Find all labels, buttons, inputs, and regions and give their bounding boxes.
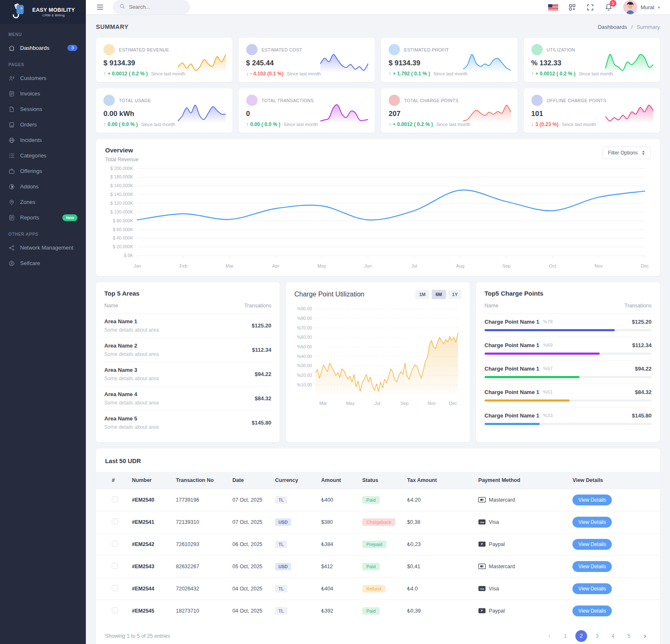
view-details-button[interactable]: View Details — [572, 583, 612, 594]
new-badge: New — [62, 214, 77, 221]
top-areas-title: Top 5 Areas — [104, 290, 271, 297]
menu-toggle-button[interactable] — [96, 3, 104, 11]
view-details-button[interactable]: View Details — [572, 539, 612, 550]
charge-point-name: Charge Point Name 1 — [484, 366, 539, 372]
row-checkbox[interactable] — [112, 585, 118, 591]
row-number: #EM2540 — [126, 489, 170, 511]
notification-count-badge: 3 — [610, 0, 616, 7]
row-number: #EM2543 — [126, 555, 170, 577]
view-details-button[interactable]: View Details — [572, 517, 612, 528]
view-details-button[interactable]: View Details — [572, 605, 612, 616]
briefcase-icon — [8, 168, 15, 175]
search-input[interactable] — [129, 4, 183, 10]
pagination-prev[interactable]: ‹ — [544, 630, 555, 642]
area-name: Area Name 2 — [104, 343, 159, 349]
brand-logo[interactable]: EASY MOBILITY CRM & Billing — [0, 0, 86, 24]
row-checkbox[interactable] — [112, 607, 118, 613]
user-menu[interactable]: Murat ▾ — [623, 0, 660, 14]
notifications-button[interactable]: 3 — [604, 3, 613, 12]
kpi-delta-value: 3 (0.23 %) — [536, 121, 559, 127]
pagination-next[interactable]: › — [639, 630, 651, 642]
visa-icon: VISA — [478, 519, 486, 525]
fullscreen-icon[interactable] — [586, 3, 594, 11]
udr-row: #EM2545 18273710 04 Oct, 2025 TL ₺392 Pa… — [96, 600, 660, 622]
pagination-page-3[interactable]: 3 — [591, 630, 603, 642]
svg-text:Apr: Apr — [272, 263, 280, 268]
svg-text:P: P — [481, 543, 483, 546]
pagination-page-1[interactable]: 1 — [559, 630, 571, 642]
sidebar-item-categories[interactable]: Categories — [0, 148, 86, 163]
svg-text:Mar: Mar — [226, 263, 234, 268]
sidebar-item-label: Sessions — [20, 106, 42, 112]
row-checkbox[interactable] — [112, 541, 118, 547]
arrow-up-icon: ↑ — [103, 121, 106, 127]
svg-text:%30.00: %30.00 — [297, 363, 312, 368]
area-detail: Some details about area — [104, 400, 159, 406]
view-details-button[interactable]: View Details — [572, 561, 612, 572]
addon-icon — [8, 183, 15, 190]
svg-text:$ 160.000K: $ 160.000K — [111, 183, 133, 188]
svg-text:$ 80.000K: $ 80.000K — [113, 218, 133, 223]
charge-point-name: Charge Point Name 1 — [484, 389, 539, 395]
overview-panel: Overview Total Revenue Filter Options $ … — [96, 139, 660, 276]
sidebar-item-reports[interactable]: ReportsNew — [0, 210, 86, 225]
sidebar-item-sessions[interactable]: Sessions — [0, 101, 86, 117]
period-1y-button[interactable]: 1Y — [448, 290, 461, 299]
status-badge: Paid — [362, 563, 380, 570]
sidebar-item-label: Orders — [20, 121, 37, 128]
pagination-page-5[interactable]: 5 — [623, 630, 635, 642]
kpi-label: OFFLINE CHARGE POINTS — [547, 98, 607, 103]
svg-text:Oct: Oct — [549, 263, 556, 268]
sidebar-item-orders[interactable]: Orders — [0, 117, 86, 132]
charge-point-percent: %51 — [543, 389, 553, 394]
sidebar-item-customers[interactable]: Customers — [0, 70, 86, 86]
pagination-page-4[interactable]: 4 — [607, 630, 619, 642]
row-checkbox[interactable] — [112, 496, 118, 502]
sidebar-item-dashboards[interactable]: Dashboards3 — [0, 40, 86, 56]
utilization-title: Charge Point Utilization — [294, 291, 364, 298]
kpi-card-estimated-profit: ESTIMATED PROFIT $ 9134.39 ↑ + 1.792 ( 0… — [381, 38, 518, 82]
view-details-button[interactable]: View Details — [572, 495, 612, 505]
currency-badge: TL — [275, 496, 287, 504]
currency-badge: TL — [275, 585, 287, 592]
period-1m-button[interactable]: 1M — [415, 290, 429, 299]
share-icon — [8, 245, 15, 251]
row-transaction-no: 72026432 — [170, 577, 227, 600]
sidebar-item-incidents[interactable]: Incidents — [0, 132, 86, 148]
breadcrumb-parent[interactable]: Dashboards — [598, 24, 627, 30]
svg-text:VISA: VISA — [480, 521, 484, 523]
kpi-label: ESTIMATED REVENUE — [119, 47, 169, 52]
progress-track — [484, 329, 652, 331]
pagination-page-2[interactable]: 2 — [575, 630, 587, 642]
progress-track — [484, 353, 652, 355]
sidebar-item-offerings[interactable]: Offerings — [0, 163, 86, 179]
sidebar-item-invoices[interactable]: Invoices — [0, 86, 86, 101]
area-detail: Some details about area — [104, 376, 159, 381]
charge-point-list-item: Charge Point Name 1 %78 $125.20 — [484, 314, 652, 337]
area-value: $94.22 — [255, 371, 271, 377]
row-checkbox[interactable] — [112, 518, 118, 525]
language-flag-icon[interactable] — [548, 4, 558, 10]
sidebar-item-selfcare[interactable]: Selfcare — [0, 255, 86, 271]
dashboards-count-badge: 3 — [67, 45, 77, 51]
brand-logo-icon — [11, 3, 29, 21]
sidebar-item-zones[interactable]: Zones — [0, 194, 86, 210]
page-title: SUMMARY — [96, 23, 129, 30]
charge-point-percent: %69 — [543, 343, 553, 348]
kpi-note: Since last month — [287, 71, 321, 76]
sidebar-item-label: Reports — [20, 214, 39, 221]
row-checkbox[interactable] — [112, 563, 118, 569]
udr-row: #EM2544 72026432 04 Oct, 2025 TL ₺404 Re… — [96, 577, 660, 600]
sidebar-item-addons[interactable]: Addons — [0, 179, 86, 194]
period-6m-button[interactable]: 6M — [432, 290, 446, 299]
charge-point-value: $125.20 — [632, 319, 652, 325]
progress-fill — [484, 376, 580, 378]
area-value: $84.32 — [255, 395, 271, 402]
search-box[interactable] — [113, 0, 190, 14]
arrow-down-icon: ↓ — [246, 71, 249, 77]
filter-options-select[interactable]: Filter Options — [603, 147, 651, 159]
udr-col-date: Date — [227, 472, 269, 489]
apps-grid-icon[interactable] — [568, 3, 576, 11]
area-list-item: Area Name 1 Some details about area $125… — [104, 314, 271, 338]
sidebar-item-network-management[interactable]: Network Management — [0, 240, 86, 255]
